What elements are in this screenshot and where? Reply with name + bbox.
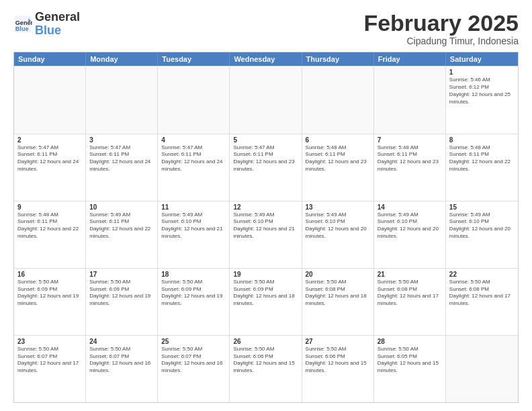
day-info: Sunrise: 5:50 AM Sunset: 6:06 PM Dayligh… [233,346,298,375]
calendar-cell: 22Sunrise: 5:50 AM Sunset: 6:08 PM Dayli… [446,269,518,335]
calendar-cell [446,336,518,402]
calendar-row: 9Sunrise: 5:48 AM Sunset: 6:11 PM Daylig… [14,201,518,268]
day-number: 14 [378,203,442,211]
day-info: Sunrise: 5:49 AM Sunset: 6:10 PM Dayligh… [233,212,298,240]
day-number: 22 [449,271,515,278]
calendar-cell: 14Sunrise: 5:49 AM Sunset: 6:10 PM Dayli… [374,201,446,268]
page: General Blue General Blue February 2025 … [0,0,532,411]
calendar-cell: 28Sunrise: 5:50 AM Sunset: 6:05 PM Dayli… [374,336,446,402]
logo-icon: General Blue [13,15,32,34]
day-info: Sunrise: 5:50 AM Sunset: 6:09 PM Dayligh… [233,279,298,308]
calendar: SundayMondayTuesdayWednesdayThursdayFrid… [13,52,519,403]
day-number: 1 [449,68,515,76]
logo-text: General Blue [35,11,80,38]
day-info: Sunrise: 5:50 AM Sunset: 6:07 PM Dayligh… [17,346,82,375]
calendar-header-cell: Thursday [302,52,374,66]
day-number: 7 [378,136,442,144]
day-info: Sunrise: 5:49 AM Sunset: 6:11 PM Dayligh… [89,212,154,240]
calendar-cell: 13Sunrise: 5:49 AM Sunset: 6:10 PM Dayli… [302,201,374,268]
day-number: 9 [17,203,82,211]
svg-text:Blue: Blue [15,26,29,32]
day-number: 17 [89,271,154,278]
day-info: Sunrise: 5:49 AM Sunset: 6:10 PM Dayligh… [161,212,226,240]
day-info: Sunrise: 5:49 AM Sunset: 6:10 PM Dayligh… [378,212,442,240]
day-info: Sunrise: 5:50 AM Sunset: 6:08 PM Dayligh… [449,279,515,308]
calendar-row: 16Sunrise: 5:50 AM Sunset: 6:09 PM Dayli… [14,268,518,335]
calendar-cell: 16Sunrise: 5:50 AM Sunset: 6:09 PM Dayli… [14,269,86,335]
day-number: 2 [17,136,82,144]
day-number: 10 [89,203,154,211]
calendar-cell [302,66,374,133]
calendar-cell: 2Sunrise: 5:47 AM Sunset: 6:11 PM Daylig… [14,134,86,201]
day-info: Sunrise: 5:48 AM Sunset: 6:11 PM Dayligh… [306,144,370,173]
calendar-header-cell: Monday [86,52,158,66]
calendar-cell: 25Sunrise: 5:50 AM Sunset: 6:07 PM Dayli… [158,336,230,402]
calendar-header-cell: Saturday [446,52,518,66]
day-info: Sunrise: 5:50 AM Sunset: 6:09 PM Dayligh… [17,279,82,308]
day-number: 28 [378,338,442,345]
day-number: 8 [449,136,515,144]
day-info: Sunrise: 5:48 AM Sunset: 6:11 PM Dayligh… [378,144,442,173]
calendar-cell: 8Sunrise: 5:48 AM Sunset: 6:11 PM Daylig… [446,134,518,201]
day-number: 4 [161,136,226,144]
subtitle: Cipadung Timur, Indonesia [363,36,519,46]
title-block: February 2025 Cipadung Timur, Indonesia [363,11,519,46]
calendar-body: 1Sunrise: 5:46 AM Sunset: 6:12 PM Daylig… [14,66,518,402]
calendar-cell: 7Sunrise: 5:48 AM Sunset: 6:11 PM Daylig… [374,134,446,201]
day-number: 21 [378,271,442,278]
day-info: Sunrise: 5:47 AM Sunset: 6:11 PM Dayligh… [89,144,154,173]
calendar-cell: 6Sunrise: 5:48 AM Sunset: 6:11 PM Daylig… [302,134,374,201]
calendar-cell: 3Sunrise: 5:47 AM Sunset: 6:11 PM Daylig… [86,134,158,201]
calendar-cell: 4Sunrise: 5:47 AM Sunset: 6:11 PM Daylig… [158,134,230,201]
day-number: 3 [89,136,154,144]
day-number: 16 [17,271,82,278]
day-info: Sunrise: 5:50 AM Sunset: 6:07 PM Dayligh… [161,346,226,375]
day-number: 19 [233,271,298,278]
calendar-cell: 19Sunrise: 5:50 AM Sunset: 6:09 PM Dayli… [230,269,302,335]
calendar-cell: 10Sunrise: 5:49 AM Sunset: 6:11 PM Dayli… [86,201,158,268]
day-number: 12 [233,203,298,211]
day-info: Sunrise: 5:47 AM Sunset: 6:11 PM Dayligh… [17,144,82,173]
day-info: Sunrise: 5:47 AM Sunset: 6:11 PM Dayligh… [161,144,226,173]
month-title: February 2025 [363,11,519,36]
day-info: Sunrise: 5:48 AM Sunset: 6:11 PM Dayligh… [449,144,515,173]
calendar-header-row: SundayMondayTuesdayWednesdayThursdayFrid… [14,52,518,66]
calendar-cell: 11Sunrise: 5:49 AM Sunset: 6:10 PM Dayli… [158,201,230,268]
calendar-cell [158,66,230,133]
calendar-cell: 20Sunrise: 5:50 AM Sunset: 6:08 PM Dayli… [302,269,374,335]
calendar-cell: 5Sunrise: 5:47 AM Sunset: 6:11 PM Daylig… [230,134,302,201]
calendar-cell: 17Sunrise: 5:50 AM Sunset: 6:09 PM Dayli… [86,269,158,335]
day-number: 23 [17,338,82,345]
calendar-cell: 21Sunrise: 5:50 AM Sunset: 6:08 PM Dayli… [374,269,446,335]
day-info: Sunrise: 5:50 AM Sunset: 6:05 PM Dayligh… [378,346,442,375]
calendar-cell: 15Sunrise: 5:49 AM Sunset: 6:10 PM Dayli… [446,201,518,268]
calendar-header-cell: Sunday [14,52,86,66]
calendar-cell: 12Sunrise: 5:49 AM Sunset: 6:10 PM Dayli… [230,201,302,268]
day-info: Sunrise: 5:49 AM Sunset: 6:10 PM Dayligh… [306,212,370,240]
calendar-cell [230,66,302,133]
day-number: 5 [233,136,298,144]
calendar-row: 23Sunrise: 5:50 AM Sunset: 6:07 PM Dayli… [14,335,518,402]
calendar-header-cell: Tuesday [158,52,230,66]
day-info: Sunrise: 5:50 AM Sunset: 6:09 PM Dayligh… [89,279,154,308]
day-number: 6 [306,136,370,144]
calendar-cell [14,66,86,133]
day-number: 20 [306,271,370,278]
day-number: 27 [306,338,370,345]
logo: General Blue General Blue [13,11,80,38]
header: General Blue General Blue February 2025 … [13,11,519,46]
calendar-row: 2Sunrise: 5:47 AM Sunset: 6:11 PM Daylig… [14,134,518,201]
day-number: 15 [449,203,515,211]
day-number: 26 [233,338,298,345]
day-info: Sunrise: 5:50 AM Sunset: 6:08 PM Dayligh… [378,279,442,308]
day-info: Sunrise: 5:50 AM Sunset: 6:09 PM Dayligh… [161,279,226,308]
calendar-row: 1Sunrise: 5:46 AM Sunset: 6:12 PM Daylig… [14,66,518,133]
day-number: 13 [306,203,370,211]
calendar-cell: 24Sunrise: 5:50 AM Sunset: 6:07 PM Dayli… [86,336,158,402]
calendar-header-cell: Friday [374,52,446,66]
day-number: 24 [89,338,154,345]
day-number: 18 [161,271,226,278]
calendar-cell: 23Sunrise: 5:50 AM Sunset: 6:07 PM Dayli… [14,336,86,402]
calendar-cell: 26Sunrise: 5:50 AM Sunset: 6:06 PM Dayli… [230,336,302,402]
day-info: Sunrise: 5:47 AM Sunset: 6:11 PM Dayligh… [233,144,298,173]
